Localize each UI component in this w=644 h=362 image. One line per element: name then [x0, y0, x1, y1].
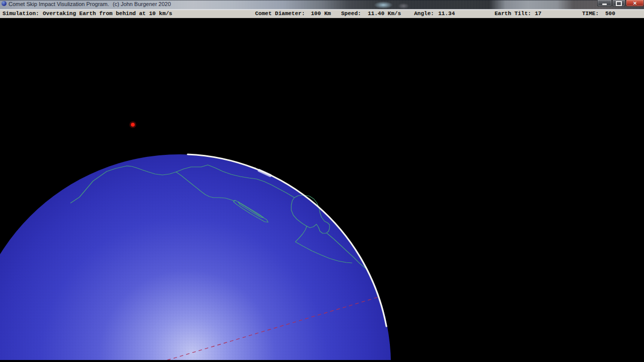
comet [131, 123, 135, 127]
time-label: TIME: [582, 11, 599, 17]
close-icon: ✕ [633, 1, 637, 6]
angle-label: Angle: [414, 11, 434, 17]
maximize-button[interactable] [612, 0, 625, 7]
window-title-copyright: (c) John Burgener 2020 [113, 1, 171, 8]
minimize-icon [602, 4, 607, 5]
app-icon [2, 1, 7, 6]
simulation-value: Overtaking Earth from behind at 10 km/s [43, 11, 172, 17]
earth-tilt-value: 17 [535, 11, 541, 17]
speed-label: Speed: [341, 11, 361, 17]
simulation-label: Simulation: [3, 11, 39, 17]
app-window: Comet Skip Impact Visulization Program. … [0, 0, 644, 362]
comet-diameter-value: 100 Km [311, 11, 331, 17]
simulation-viewport [0, 18, 644, 362]
speed-value: 11.40 Km/s [368, 11, 401, 17]
time-value: 500 [605, 11, 615, 17]
maximize-icon [616, 1, 622, 6]
close-button[interactable]: ✕ [626, 0, 644, 7]
title-bar[interactable]: Comet Skip Impact Visulization Program. … [0, 0, 644, 10]
bottom-mask [0, 360, 644, 362]
minimize-button[interactable] [597, 0, 612, 7]
scene-root [0, 18, 644, 362]
scene-svg [0, 18, 644, 362]
window-controls: ✕ [597, 0, 644, 7]
earth-tilt-label: Earth Tilt: [495, 11, 531, 17]
window-title: Comet Skip Impact Visulization Program. [9, 1, 109, 8]
status-bar: Simulation: Overtaking Earth from behind… [0, 10, 644, 18]
comet-diameter-label: Comet Diameter: [255, 11, 305, 17]
angle-value: 11.34 [438, 11, 455, 17]
